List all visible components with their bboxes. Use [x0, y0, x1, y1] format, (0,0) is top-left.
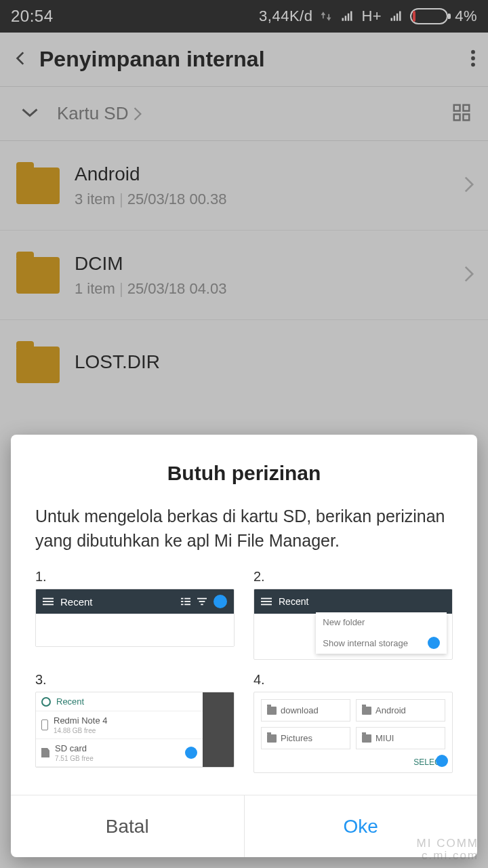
svg-rect-9: [43, 604, 54, 606]
sdcard-icon: [41, 748, 49, 757]
hamburger-icon: [43, 597, 54, 606]
watermark: MI COMM c.mi.com: [417, 837, 479, 863]
highlight-dot-icon: [436, 755, 448, 767]
dialog-message: Untuk mengelola berkas di kartu SD, beri…: [11, 504, 477, 570]
svg-rect-13: [184, 601, 190, 602]
list-icon: [181, 597, 190, 606]
step-illustration: Recent: [35, 589, 235, 647]
sort-icon: [197, 597, 207, 606]
svg-rect-20: [261, 601, 272, 602]
highlight-dot-icon: [214, 595, 227, 608]
step-3: 3. Recent Redmi Note 414.88 GB free SD c…: [35, 672, 235, 773]
svg-rect-16: [197, 598, 207, 599]
folder-icon: [362, 707, 371, 715]
phone-icon: [41, 719, 48, 730]
svg-rect-18: [201, 604, 203, 606]
cancel-button[interactable]: Batal: [11, 795, 245, 857]
step-illustration: download Android Pictures MIUI SELECT: [253, 692, 453, 773]
step-1: 1. Recent: [35, 569, 235, 660]
step-number: 1.: [35, 569, 235, 585]
svg-rect-19: [261, 598, 272, 599]
svg-rect-8: [43, 601, 54, 602]
step-2: 2. Recent New folder Show internal stora…: [253, 569, 453, 660]
clock-icon: [41, 697, 51, 707]
step-illustration: Recent Redmi Note 414.88 GB free SD card…: [35, 692, 235, 768]
folder-icon: [267, 734, 277, 743]
svg-rect-21: [261, 604, 272, 606]
highlight-dot-icon: [428, 637, 440, 649]
svg-rect-7: [43, 598, 54, 599]
svg-rect-10: [181, 598, 184, 599]
step-number: 2.: [253, 569, 453, 585]
step-illustration: Recent New folder Show internal storage: [253, 589, 453, 660]
svg-rect-12: [181, 601, 184, 602]
svg-rect-17: [199, 601, 205, 602]
permission-dialog: Butuh perizinan Untuk mengelola berkas d…: [11, 435, 477, 858]
hamburger-icon: [261, 597, 272, 606]
dialog-title: Butuh perizinan: [11, 462, 477, 485]
folder-icon: [362, 734, 371, 743]
overflow-menu: New folder Show internal storage: [316, 612, 447, 654]
highlight-dot-icon: [185, 747, 197, 759]
step-number: 3.: [35, 672, 235, 688]
svg-rect-11: [184, 598, 190, 599]
folder-icon: [267, 707, 277, 715]
step-4: 4. download Android Pictures MIUI SELECT: [253, 672, 453, 773]
step-number: 4.: [253, 672, 453, 688]
dialog-steps: 1. Recent 2. Recent: [11, 569, 477, 795]
dialog-buttons: Batal Oke: [11, 795, 477, 857]
svg-rect-14: [181, 604, 184, 606]
svg-rect-15: [184, 604, 190, 606]
